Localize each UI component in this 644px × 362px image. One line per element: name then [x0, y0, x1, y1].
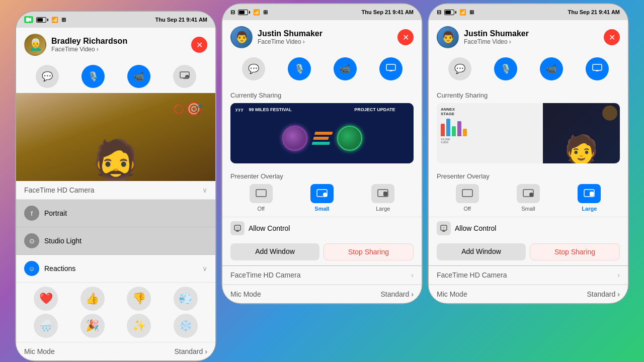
overlay-large-3[interactable]: Large [578, 184, 601, 212]
mic-mode-chevron-2: › [411, 290, 414, 298]
overlay-large-2[interactable]: Large [371, 184, 394, 212]
screen-icon-2 [386, 64, 396, 74]
chat-icon-3: 💬 [454, 63, 465, 74]
camera-dropdown-3[interactable]: FaceTime HD Camera › [429, 266, 628, 285]
reaction-thumbsdown[interactable]: 👎 [127, 287, 151, 311]
svg-rect-10 [256, 190, 266, 197]
reaction-rain[interactable]: 🌧️ [34, 314, 58, 338]
mic-mode-value-3: Standard [587, 290, 616, 298]
battery-icon-2 [238, 10, 250, 15]
close-button-3[interactable]: ✕ [604, 29, 620, 45]
allow-control-label-2: Allow Control [249, 224, 290, 232]
reaction-confetti[interactable]: 🎉 [80, 314, 105, 338]
portrait-item[interactable]: f Portrait [16, 200, 215, 227]
presenter-overlay-label-3: Presenter Overlay [437, 172, 620, 180]
status-time-2: Thu Sep 21 9:41 AM [361, 9, 414, 15]
allow-control-icon-3 [437, 221, 451, 235]
airplay-icon-2: ⊞ [263, 9, 268, 16]
screen-button-3[interactable] [586, 57, 609, 80]
mic-mode-label-3: Mic Mode [437, 290, 467, 298]
currently-sharing-label-3: Currently Sharing [437, 92, 620, 99]
svg-text:+: + [186, 75, 188, 78]
video-button-3[interactable]: 📹 [540, 57, 563, 80]
overlay-small-2[interactable]: Small [310, 184, 334, 212]
svg-rect-7 [386, 64, 395, 70]
mic-mode-bar-1[interactable]: Mic Mode Standard › [16, 342, 215, 360]
status-time-3: Thu Sep 21 9:41 AM [568, 9, 620, 15]
chat-icon-1: 💬 [42, 71, 53, 82]
mic-button-1[interactable]: 🎙️ [82, 65, 105, 88]
reaction-sparkle[interactable]: ✨ [127, 314, 151, 338]
video-person-1: 🧔 [91, 141, 141, 181]
chat-icon-2: 💬 [248, 63, 259, 74]
screen-button-2[interactable] [379, 57, 403, 80]
camera-dropdown-1[interactable]: FaceTime HD Camera ∨ [16, 181, 215, 200]
svg-rect-25 [590, 192, 594, 196]
reaction-heart[interactable]: ❤️ [34, 287, 58, 311]
wifi-icon-2: 📶 [253, 9, 260, 16]
festival-graphics [282, 126, 362, 151]
studio-light-item[interactable]: ⊙ Studio Light [16, 227, 215, 255]
caller-name-2: Justin Shumaker [258, 29, 323, 38]
mic-mode-bar-3[interactable]: Mic Mode Standard › [429, 285, 628, 303]
avatar-1: 👨‍🦳 [24, 34, 46, 56]
screen-icon-1: + [180, 71, 190, 82]
stop-sharing-button-3[interactable]: Stop Sharing [530, 243, 620, 260]
screen-button-1[interactable]: + [173, 65, 196, 88]
overlay-off-label-3: Off [463, 206, 470, 212]
sharing-preview-2: yyy 99 MILES FESTIVAL PROJECT UPDATE [230, 103, 414, 163]
reaction-thumbsup[interactable]: 👍 [80, 287, 105, 311]
status-bar-1: 📶 ⊞ Thu Sep 21 9:41 AM [16, 12, 215, 28]
reaction-wind[interactable]: 💨 [174, 287, 198, 311]
controls-row-1: 💬 🎙️ 📹 + [16, 60, 215, 93]
currently-sharing-label-2: Currently Sharing [230, 92, 414, 99]
overlay-small-label-2: Small [314, 206, 329, 212]
camera-chevron-3: › [617, 271, 620, 279]
chat-button-2[interactable]: 💬 [242, 57, 265, 80]
reactions-item[interactable]: ☺ Reactions ∨ [16, 255, 215, 283]
chat-button-1[interactable]: 💬 [36, 65, 59, 88]
reaction-snow[interactable]: ❄️ [174, 314, 198, 338]
status-time-1: Thu Sep 21 9:41 AM [155, 17, 207, 23]
close-button-2[interactable]: ✕ [397, 29, 414, 45]
stop-sharing-button-2[interactable]: Stop Sharing [324, 243, 414, 260]
overlay-small-3[interactable]: Small [517, 184, 540, 212]
reactions-chevron: ∨ [202, 264, 207, 273]
call-header-3: 👨 Justin Shumaker FaceTime Video › ✕ [429, 20, 628, 52]
portrait-label: Portrait [44, 209, 67, 217]
close-button-1[interactable]: ✕ [191, 37, 207, 53]
add-window-button-2[interactable]: Add Window [230, 243, 319, 260]
mic-mode-label-2: Mic Mode [230, 290, 261, 298]
video-feed-1: 🎯 ⭕ 🧔 [16, 93, 215, 181]
svg-point-23 [529, 193, 533, 197]
action-buttons-3: Add Window Stop Sharing [429, 239, 628, 265]
allow-control-2[interactable]: Allow Control [222, 217, 422, 239]
festival-titles: 99 MILES FESTIVAL PROJECT UPDATE [249, 107, 395, 112]
video-icon-3: 📹 [546, 63, 557, 74]
mic-button-2[interactable]: 🎙️ [288, 57, 311, 80]
facetime-status-icon [24, 16, 33, 23]
chat-button-3[interactable]: 💬 [448, 57, 471, 80]
video-button-1[interactable]: 📹 [127, 65, 150, 88]
add-window-button-3[interactable]: Add Window [437, 243, 526, 260]
overlay-off-2[interactable]: Off [250, 184, 273, 212]
video-button-2[interactable]: 📹 [334, 57, 357, 80]
call-header-2: 👨 Justin Shumaker FaceTime Video › ✕ [222, 20, 422, 52]
annex-person: 🧑 [564, 136, 599, 163]
camera-chevron-1: ∨ [202, 186, 207, 194]
wifi-icon-3: 📶 [459, 9, 466, 16]
overlay-large-label-3: Large [582, 206, 597, 212]
mic-mode-bar-2[interactable]: Mic Mode Standard › [222, 285, 422, 303]
camera-dropdown-2[interactable]: FaceTime HD Camera › [222, 266, 422, 285]
camera-label-2: FaceTime HD Camera [230, 271, 301, 279]
festival-logo: yyy [235, 107, 244, 112]
phone-1: 📶 ⊞ Thu Sep 21 9:41 AM 👨‍🦳 Bradley Richa… [15, 11, 216, 361]
screen-status-icon-3: ⊟ [437, 9, 441, 16]
mic-button-3[interactable]: 🎙️ [494, 57, 517, 80]
video-icon-2: 📹 [340, 63, 351, 74]
overlay-off-3[interactable]: Off [456, 184, 479, 212]
svg-marker-1 [29, 18, 31, 22]
mic-mode-chevron-1: › [205, 347, 207, 355]
allow-control-3[interactable]: Allow Control [429, 217, 628, 239]
mic-icon-3: 🎙️ [500, 63, 511, 74]
